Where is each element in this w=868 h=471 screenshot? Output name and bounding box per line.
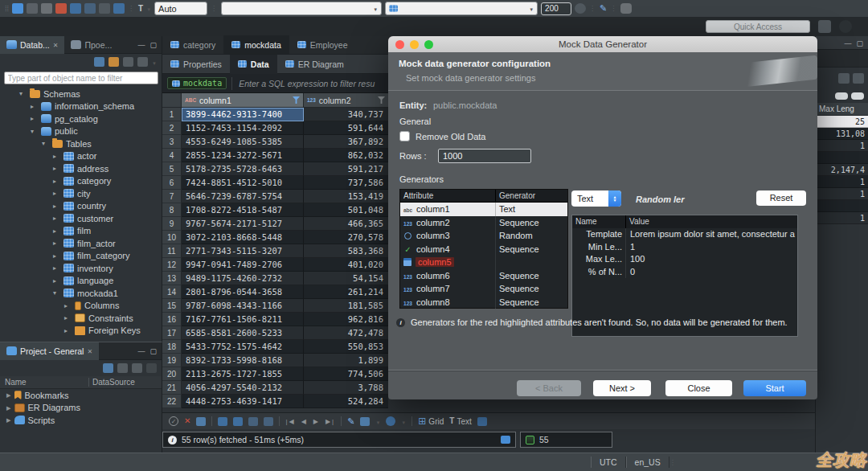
column1-cell[interactable]: 5646-7239-6787-5754 [182, 190, 304, 203]
row-number-cell[interactable]: 4 [162, 149, 182, 162]
close-tab-icon[interactable] [53, 40, 59, 49]
max-length-cell[interactable]: 1 [816, 140, 868, 152]
rows-input[interactable] [438, 149, 531, 163]
maximize-panel-icon[interactable] [149, 40, 157, 49]
link-icon[interactable] [146, 363, 157, 373]
max-length-cell[interactable] [816, 200, 868, 212]
name-column-header[interactable]: Name [572, 215, 625, 228]
layout-icon[interactable] [132, 363, 142, 373]
maximize-panel-icon[interactable] [856, 39, 863, 47]
expand-arrow-icon[interactable]: ▸ [53, 203, 60, 210]
tree-item[interactable]: ▸ film [0, 225, 162, 238]
tree-item[interactable]: ▾ mockada1 [0, 287, 162, 300]
column2-cell[interactable]: 466,365 [304, 217, 388, 231]
column2-cell[interactable]: 501,048 [304, 203, 388, 217]
editor-tab[interactable]: mockdata [223, 35, 289, 54]
column2-cell[interactable]: 1,899 [304, 354, 388, 367]
column1-cell[interactable]: 8392-1733-5998-8168 [182, 354, 304, 367]
editor-subtab[interactable]: Properties [162, 55, 230, 74]
property-row[interactable]: Max Le... 100 [572, 253, 797, 266]
column1-cell[interactable]: 2771-7343-5115-3207 [182, 244, 304, 258]
perspective-icon[interactable] [818, 20, 831, 33]
row-number-cell[interactable]: 19 [162, 354, 182, 367]
column1-cell[interactable]: 2801-8796-0544-3658 [182, 285, 304, 299]
sql-filter-placeholder[interactable]: Enter a SQL expression to filter resu [231, 77, 375, 90]
minimize-panel-icon[interactable] [844, 39, 851, 47]
column1-cell[interactable]: 1152-7453-1154-2092 [182, 121, 304, 135]
add-row-icon[interactable] [218, 417, 227, 426]
new-item-icon[interactable] [103, 363, 113, 373]
column-header-datasource[interactable]: DataSource [88, 378, 135, 387]
tree-item[interactable]: ▸ information_schema [0, 100, 162, 113]
row-number-cell[interactable]: 5 [162, 162, 182, 176]
nav-next-icon[interactable]: ▶ [313, 418, 320, 425]
column2-cell[interactable]: 340,737 [304, 108, 388, 121]
column2-cell[interactable]: 524,284 [304, 395, 388, 408]
expand-arrow-icon[interactable]: ▸ [31, 115, 38, 122]
edit-value-icon[interactable] [264, 417, 273, 426]
tree-item[interactable]: ▸ customer [0, 212, 162, 225]
property-value[interactable]: Lorem ipsum dolor sit amet, consectetur … [625, 228, 797, 241]
expand-arrow-icon[interactable]: ▾ [53, 289, 60, 297]
open-editor-icon[interactable] [41, 3, 52, 14]
column2-cell[interactable]: 737,586 [304, 176, 388, 190]
fetch-size-field[interactable]: 200 [541, 2, 571, 15]
expand-arrow-icon[interactable]: ▸ [53, 215, 60, 222]
property-row[interactable]: % of N... 0 [572, 266, 797, 279]
locale-indicator[interactable]: en_US [626, 457, 669, 468]
max-length-cell[interactable]: 1 [816, 188, 868, 200]
attribute-row[interactable]: column3 Random [400, 229, 567, 243]
object-filter-input[interactable] [4, 72, 158, 84]
column1-cell[interactable]: 2113-2675-1727-1855 [182, 367, 304, 381]
export-icon[interactable] [113, 3, 125, 14]
txn-mode-icon[interactable] [138, 4, 143, 13]
expand-arrow-icon[interactable]: ▸ [53, 240, 60, 247]
project-item[interactable]: Scripts [0, 414, 162, 427]
dialog-titlebar[interactable]: Mock Data Generator [388, 36, 817, 52]
nav-last-icon[interactable]: ▶| [326, 418, 335, 425]
next-button[interactable]: Next > [593, 380, 651, 396]
minimize-panel-icon[interactable] [137, 346, 145, 355]
column2-cell[interactable]: 3,788 [304, 381, 388, 395]
commit-icon[interactable] [55, 3, 67, 14]
view-menu-icon[interactable] [152, 58, 157, 67]
minimize-panel-icon[interactable] [137, 40, 145, 49]
column2-cell[interactable]: 367,892 [304, 135, 388, 149]
column1-cell[interactable]: 7424-8851-4512-5010 [182, 176, 304, 190]
max-length-cell[interactable]: 131,08 [816, 128, 868, 140]
expand-arrow-icon[interactable]: ▸ [31, 103, 38, 110]
timezone-indicator[interactable]: UTC [591, 457, 626, 468]
row-number-cell[interactable]: 14 [162, 285, 182, 299]
tab-database-navigator[interactable]: Datab... [0, 36, 64, 54]
tree-item[interactable]: ▸ category [0, 175, 162, 188]
expand-arrow-icon[interactable]: ▸ [53, 277, 60, 285]
nav-first-icon[interactable]: |◀ [285, 418, 295, 425]
expand-arrow-icon[interactable]: ▸ [53, 153, 60, 160]
connect-icon[interactable] [94, 57, 104, 67]
max-length-column-header[interactable]: Max Leng [816, 103, 868, 116]
collapse-all-icon[interactable] [123, 57, 133, 67]
row-number-cell[interactable]: 7 [162, 190, 182, 203]
column1-cell[interactable]: 1708-8272-4518-5487 [182, 203, 304, 217]
transaction-icon[interactable] [84, 3, 96, 14]
property-value[interactable]: 0 [625, 266, 797, 279]
tree-item[interactable]: ▸ Columns [0, 300, 162, 313]
column1-cell[interactable]: 5433-7752-1575-4642 [182, 340, 304, 354]
toggle-pill-icon[interactable] [851, 92, 864, 100]
column1-cell[interactable]: 7167-7761-1506-8211 [182, 313, 304, 326]
sql-editor-icon[interactable] [27, 3, 38, 14]
expand-arrow-icon[interactable]: ▸ [53, 227, 60, 235]
row-number-cell[interactable]: 16 [162, 313, 182, 326]
generator-column-header[interactable]: Generator [495, 190, 535, 202]
maximize-panel-icon[interactable] [149, 346, 157, 355]
column-header-name[interactable]: Name [0, 378, 88, 387]
dbeaver-perspective-icon[interactable] [839, 20, 852, 33]
column1-header[interactable]: ABC column1 [182, 93, 304, 108]
column1-cell[interactable]: 9767-5674-2171-5127 [182, 217, 304, 231]
expand-arrow-icon[interactable]: ▸ [53, 264, 60, 272]
panel-tool-icon[interactable] [838, 73, 850, 84]
row-number-cell[interactable]: 8 [162, 203, 182, 217]
column2-cell[interactable]: 270,578 [304, 231, 388, 244]
delete-row-icon[interactable] [248, 417, 258, 426]
column2-cell[interactable]: 550,853 [304, 340, 388, 354]
